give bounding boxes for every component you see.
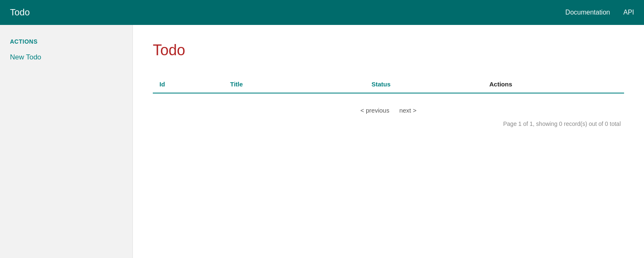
previous-page-link[interactable]: < previous xyxy=(360,107,389,114)
main-layout: ACTIONS New Todo Todo Id Title Status Ac… xyxy=(0,25,644,258)
column-header-title[interactable]: Title xyxy=(223,76,365,93)
column-header-id[interactable]: Id xyxy=(153,76,223,93)
sidebar-actions-label: ACTIONS xyxy=(10,38,122,45)
pagination: < previous next > xyxy=(153,107,624,114)
top-navigation: Todo Documentation API xyxy=(0,0,644,25)
brand-title[interactable]: Todo xyxy=(10,7,30,18)
sidebar: ACTIONS New Todo xyxy=(0,25,133,258)
todo-table: Id Title Status Actions xyxy=(153,76,624,93)
page-title: Todo xyxy=(153,42,624,59)
table-header-row: Id Title Status Actions xyxy=(153,76,624,93)
column-header-actions: Actions xyxy=(483,76,624,93)
column-header-status[interactable]: Status xyxy=(365,76,483,93)
next-page-link[interactable]: next > xyxy=(399,107,416,114)
new-todo-link[interactable]: New Todo xyxy=(10,53,41,61)
documentation-link[interactable]: Documentation xyxy=(566,9,610,16)
nav-links: Documentation API xyxy=(566,9,634,16)
api-link[interactable]: API xyxy=(623,9,634,16)
main-content: Todo Id Title Status Actions < previous … xyxy=(133,25,644,258)
pagination-text: Page 1 of 1, showing 0 record(s) out of … xyxy=(503,120,621,127)
pagination-info: Page 1 of 1, showing 0 record(s) out of … xyxy=(153,120,624,127)
